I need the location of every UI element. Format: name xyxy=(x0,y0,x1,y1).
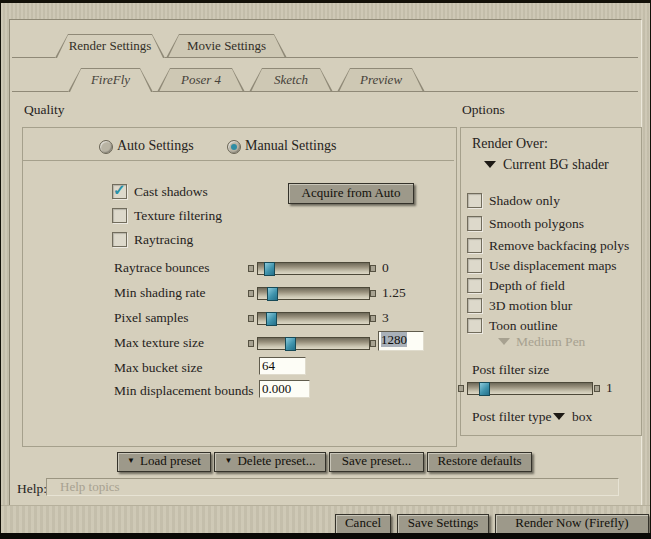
tab-label: Preview xyxy=(337,68,425,92)
max-texture-size-label: Max texture size xyxy=(114,336,204,350)
render-over-label: Render Over: xyxy=(472,137,548,151)
quality-heading: Quality xyxy=(24,103,65,117)
post-filter-type-dropdown-arrow-icon[interactable] xyxy=(553,413,565,420)
slider-left-cap[interactable] xyxy=(248,265,254,272)
slider-right-cap[interactable] xyxy=(370,265,376,272)
cast-shadows-label: Cast shadows xyxy=(134,185,208,199)
manual-settings-radio[interactable] xyxy=(227,140,241,154)
selected-text: 1280 xyxy=(381,332,407,347)
slider-right-cap[interactable] xyxy=(370,315,376,322)
slider-thumb[interactable] xyxy=(267,287,278,301)
max-texture-size-slider[interactable] xyxy=(248,337,376,350)
slider-right-cap[interactable] xyxy=(594,385,600,392)
tab-label: Movie Settings xyxy=(166,34,287,58)
slider-thumb[interactable] xyxy=(264,262,275,276)
render-over-dropdown-arrow-icon[interactable] xyxy=(484,161,496,168)
render-over-value[interactable]: Current BG shader xyxy=(503,158,609,172)
tab-render-settings[interactable]: Render Settings xyxy=(55,34,165,58)
save-settings-button[interactable]: Save Settings xyxy=(397,514,489,534)
remove-backfacing-polys-label: Remove backfacing polys xyxy=(489,239,629,253)
tab-row-divider xyxy=(12,91,68,92)
tab-sketch[interactable]: Sketch xyxy=(249,68,333,92)
min-shading-rate-slider[interactable] xyxy=(248,287,376,300)
raytrace-bounces-slider[interactable] xyxy=(248,262,376,275)
tab-label: Poser 4 xyxy=(157,68,245,92)
tab-row-divider xyxy=(12,57,55,58)
toon-outline-checkbox[interactable] xyxy=(467,318,482,333)
min-shading-rate-value: 1.25 xyxy=(382,286,406,300)
tab-preview[interactable]: Preview xyxy=(337,68,425,92)
slider-thumb[interactable] xyxy=(266,312,277,326)
tab-label: FireFly xyxy=(68,68,153,92)
manual-settings-label: Manual Settings xyxy=(245,139,336,153)
tab-row-divider xyxy=(153,91,638,92)
min-displacement-bounds-label: Min displacement bounds xyxy=(114,384,253,398)
cancel-button[interactable]: Cancel xyxy=(335,514,391,534)
slider-thumb[interactable] xyxy=(479,382,490,396)
window-bottom-edge xyxy=(0,533,651,539)
raytracing-checkbox[interactable] xyxy=(112,232,127,247)
depth-of-field-label: Depth of field xyxy=(489,279,565,293)
pixel-samples-slider[interactable] xyxy=(248,312,376,325)
smooth-polygons-checkbox[interactable] xyxy=(467,216,482,231)
slider-left-cap[interactable] xyxy=(458,385,464,392)
depth-of-field-checkbox[interactable] xyxy=(467,278,482,293)
slider-track[interactable] xyxy=(257,287,370,300)
tab-movie-settings[interactable]: Movie Settings xyxy=(166,34,287,58)
texture-filtering-label: Texture filtering xyxy=(134,209,222,223)
render-now-button[interactable]: Render Now (Firefly) xyxy=(495,514,649,534)
use-displacement-maps-label: Use displacement maps xyxy=(489,259,616,273)
help-label: Help: xyxy=(17,482,47,496)
shadow-only-checkbox[interactable] xyxy=(467,193,482,208)
slider-thumb[interactable] xyxy=(285,337,296,351)
slider-track[interactable] xyxy=(467,382,593,395)
max-bucket-size-label: Max bucket size xyxy=(114,361,202,375)
post-filter-size-label: Post filter size xyxy=(472,363,549,377)
tab-firefly[interactable]: FireFly xyxy=(68,68,153,92)
tab-label: Render Settings xyxy=(55,34,165,58)
button-label: Delete preset... xyxy=(237,453,315,468)
slider-right-cap[interactable] xyxy=(370,290,376,297)
raytrace-bounces-label: Raytrace bounces xyxy=(114,261,210,275)
load-preset-button[interactable]: ▼Load preset xyxy=(117,452,211,472)
options-heading: Options xyxy=(462,103,505,117)
min-displacement-bounds-input[interactable]: 0.000 xyxy=(259,380,310,398)
slider-track[interactable] xyxy=(257,262,370,275)
use-displacement-maps-checkbox[interactable] xyxy=(467,258,482,273)
post-filter-size-value: 1 xyxy=(606,381,613,395)
post-filter-type-value[interactable]: box xyxy=(572,410,592,424)
delete-preset-button[interactable]: ▼Delete preset... xyxy=(214,452,326,472)
auto-settings-label: Auto Settings xyxy=(117,139,194,153)
max-bucket-size-input[interactable]: 64 xyxy=(259,357,306,375)
slider-left-cap[interactable] xyxy=(248,290,254,297)
help-topics-field[interactable]: Help topics xyxy=(46,478,619,496)
pixel-samples-value: 3 xyxy=(382,311,389,325)
toon-pen-value: Medium Pen xyxy=(516,335,585,349)
texture-filtering-checkbox[interactable] xyxy=(112,208,127,223)
slider-track[interactable] xyxy=(257,312,370,325)
slider-left-cap[interactable] xyxy=(248,340,254,347)
button-label: Load preset xyxy=(140,453,201,468)
acquire-from-auto-button[interactable]: Acquire from Auto xyxy=(288,183,414,204)
cast-shadows-checkbox[interactable] xyxy=(112,184,127,199)
pixel-samples-label: Pixel samples xyxy=(114,311,189,325)
post-filter-size-slider[interactable] xyxy=(458,382,600,395)
restore-defaults-button[interactable]: Restore defaults xyxy=(427,452,532,472)
slider-right-cap[interactable] xyxy=(370,340,376,347)
toon-outline-label: Toon outline xyxy=(489,319,557,333)
auto-settings-radio[interactable] xyxy=(99,140,113,154)
slider-left-cap[interactable] xyxy=(248,315,254,322)
tab-poser4[interactable]: Poser 4 xyxy=(157,68,245,92)
raytracing-label: Raytracing xyxy=(134,233,193,247)
motion-blur-checkbox[interactable] xyxy=(467,298,482,313)
save-preset-button[interactable]: Save preset... xyxy=(329,452,424,472)
slider-track[interactable] xyxy=(257,337,370,350)
dropdown-arrow-icon: ▼ xyxy=(225,453,233,469)
toon-pen-dropdown-arrow-icon xyxy=(498,338,510,345)
smooth-polygons-label: Smooth polygons xyxy=(489,217,584,231)
remove-backfacing-polys-checkbox[interactable] xyxy=(467,238,482,253)
tab-row-divider xyxy=(165,57,638,58)
raytrace-bounces-value: 0 xyxy=(382,261,389,275)
max-texture-size-input[interactable]: 1280 xyxy=(378,331,424,351)
shadow-only-label: Shadow only xyxy=(489,194,560,208)
